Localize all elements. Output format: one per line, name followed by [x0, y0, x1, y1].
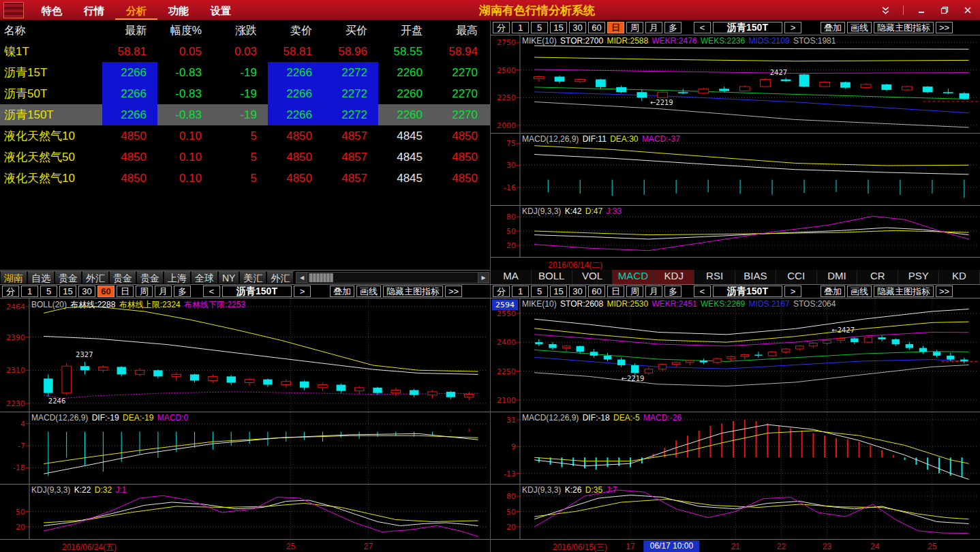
- column-header[interactable]: 卖价: [268, 24, 323, 38]
- column-header[interactable]: 买价: [323, 24, 378, 38]
- period-button-1[interactable]: 1: [512, 22, 529, 33]
- scrollbar-track[interactable]: [333, 273, 478, 283]
- tr-main-pane[interactable]: 27502500225020002427←2219MIKE(10) STOR:2…: [491, 35, 980, 133]
- column-header[interactable]: 最高: [433, 24, 489, 38]
- indicator-tab-kdj[interactable]: KDJ: [654, 269, 694, 284]
- indicator-tab-ma[interactable]: MA: [491, 269, 532, 284]
- period-button-日[interactable]: 日: [607, 22, 624, 33]
- period-button-5[interactable]: 5: [40, 286, 57, 297]
- restore-icon[interactable]: [939, 5, 950, 16]
- table-row[interactable]: 镍1T58.810.050.0358.8158.9658.5558.94: [0, 41, 490, 62]
- column-header[interactable]: 幅度%: [157, 24, 213, 38]
- indicator-tab-kd[interactable]: KD: [939, 269, 980, 284]
- period-button-月[interactable]: 月: [645, 22, 662, 33]
- symbol-prev-button[interactable]: <: [694, 22, 711, 33]
- column-header[interactable]: 开盘: [378, 24, 433, 38]
- period-button-60[interactable]: 60: [97, 286, 114, 297]
- symbol-prev-button[interactable]: <: [203, 286, 220, 297]
- draw-line-button[interactable]: 画线: [847, 22, 872, 33]
- indicator-tab-cr[interactable]: CR: [857, 269, 898, 284]
- chevron-double-down-icon[interactable]: [880, 5, 891, 16]
- period-button-分[interactable]: 分: [493, 22, 510, 33]
- period-button-1[interactable]: 1: [512, 286, 529, 297]
- more-button[interactable]: >>: [936, 286, 953, 297]
- period-button-分[interactable]: 分: [493, 286, 510, 297]
- period-button-月[interactable]: 月: [645, 286, 662, 297]
- br-main-pane[interactable]: 2550240022502100←2427←22192594MIKE(10) S…: [491, 298, 980, 412]
- chart-panel-daily[interactable]: 27502500225020002427←2219MIKE(10) STOR:2…: [490, 35, 980, 268]
- tr-macd-pane[interactable]: 7530-16MACD(12,26,9) DIF:11 DEA:30 MACD:…: [491, 133, 980, 205]
- period-button-周[interactable]: 周: [136, 286, 153, 297]
- market-tab-3[interactable]: 贵金: [55, 271, 82, 284]
- scrollbar-thumb[interactable]: [309, 273, 333, 282]
- more-button[interactable]: >>: [936, 22, 953, 33]
- period-button-月[interactable]: 月: [155, 286, 172, 297]
- hide-main-indicator-button[interactable]: 隐藏主图指标: [874, 286, 934, 297]
- menu-item-4[interactable]: 功能: [157, 1, 200, 20]
- symbol-label[interactable]: 沥青150T: [713, 22, 782, 33]
- menu-item-5[interactable]: 设置: [200, 1, 242, 20]
- symbol-prev-button[interactable]: <: [694, 286, 711, 297]
- overlay-button[interactable]: 叠加: [821, 22, 845, 33]
- draw-line-button[interactable]: 画线: [847, 286, 872, 297]
- period-button-多[interactable]: 多: [174, 286, 191, 297]
- column-header[interactable]: 涨跌: [213, 24, 268, 38]
- indicator-tab-psy[interactable]: PSY: [898, 269, 939, 284]
- menu-item-1[interactable]: 特色: [31, 1, 73, 20]
- column-header[interactable]: 名称: [0, 24, 102, 38]
- overlay-button[interactable]: 叠加: [330, 286, 354, 297]
- market-tab-10[interactable]: 美汇: [239, 271, 266, 284]
- indicator-tab-cci[interactable]: CCI: [776, 269, 817, 284]
- indicator-tab-macd[interactable]: MACD: [613, 269, 654, 284]
- period-button-60[interactable]: 60: [588, 22, 605, 33]
- period-button-分[interactable]: 分: [2, 286, 19, 297]
- symbol-next-button[interactable]: >: [294, 286, 311, 297]
- close-icon[interactable]: [962, 5, 973, 16]
- market-tab-7[interactable]: 上海: [164, 271, 191, 284]
- period-button-30[interactable]: 30: [569, 22, 586, 33]
- table-row[interactable]: 沥青150T2266-0.83-192266227222602270: [0, 104, 490, 125]
- market-tab-11[interactable]: 外汇: [266, 271, 294, 284]
- menu-item-2[interactable]: 行情: [73, 1, 115, 20]
- symbol-next-button[interactable]: >: [784, 286, 801, 297]
- period-button-1[interactable]: 1: [21, 286, 38, 297]
- tr-kdj-pane[interactable]: 805020KDJ(9,3,3) K:42 D:47 J:33: [491, 205, 980, 257]
- period-button-日[interactable]: 日: [607, 286, 624, 297]
- symbol-label[interactable]: 沥青150T: [222, 286, 292, 297]
- minimize-icon[interactable]: [916, 5, 927, 16]
- br-macd-pane[interactable]: 319-13MACD(12,26,9) DIF:-18 DEA:-5 MACD:…: [491, 412, 980, 484]
- bl-kdj-pane[interactable]: 5020KDJ(9,3,3) K:22 D:32 J:1: [0, 484, 490, 539]
- table-row[interactable]: 沥青50T2266-0.83-192266227222602270: [0, 83, 490, 104]
- indicator-tab-rsi[interactable]: RSI: [694, 269, 735, 284]
- period-button-15[interactable]: 15: [550, 286, 567, 297]
- table-row[interactable]: 液化天然气5048500.1054850485748454850: [0, 147, 490, 168]
- more-button[interactable]: >>: [445, 286, 462, 297]
- market-tab-6[interactable]: 贵金: [136, 271, 164, 284]
- bl-macd-pane[interactable]: 4-7-18MACD(12,26,9) DIF:-19 DEA:-19 MACD…: [0, 412, 490, 484]
- symbol-label[interactable]: 沥青150T: [713, 286, 782, 297]
- period-button-30[interactable]: 30: [569, 286, 586, 297]
- market-tab-9[interactable]: NY: [218, 271, 239, 284]
- market-tab-4[interactable]: 外汇: [82, 271, 109, 284]
- period-button-周[interactable]: 周: [626, 22, 643, 33]
- market-tab-2[interactable]: 自选: [27, 271, 55, 284]
- br-kdj-pane[interactable]: 805020KDJ(9,3,3) K:26 D:35 J:7: [491, 484, 980, 539]
- scroll-right-icon[interactable]: ▶: [478, 273, 489, 283]
- draw-line-button[interactable]: 画线: [356, 286, 381, 297]
- period-button-5[interactable]: 5: [531, 286, 548, 297]
- table-row[interactable]: 沥青15T2266-0.83-192266227222602270: [0, 62, 490, 83]
- overlay-button[interactable]: 叠加: [821, 286, 845, 297]
- hide-main-indicator-button[interactable]: 隐藏主图指标: [383, 286, 443, 297]
- menu-item-3[interactable]: 分析: [115, 1, 157, 20]
- period-button-周[interactable]: 周: [626, 286, 643, 297]
- period-button-多[interactable]: 多: [664, 22, 682, 33]
- chart-panel-60min-mike[interactable]: 2550240022502100←2427←22192594MIKE(10) S…: [490, 298, 980, 552]
- period-button-15[interactable]: 15: [59, 286, 76, 297]
- period-button-15[interactable]: 15: [550, 22, 567, 33]
- period-button-日[interactable]: 日: [117, 286, 134, 297]
- column-header[interactable]: 最新: [102, 24, 157, 38]
- indicator-tab-bias[interactable]: BIAS: [735, 269, 776, 284]
- hide-main-indicator-button[interactable]: 隐藏主图指标: [874, 22, 934, 33]
- bl-main-pane[interactable]: 246423902310223023272246BOLL(20) 布林线:228…: [0, 298, 490, 412]
- table-row[interactable]: 液化天然气1048500.1054850485748454850: [0, 125, 490, 147]
